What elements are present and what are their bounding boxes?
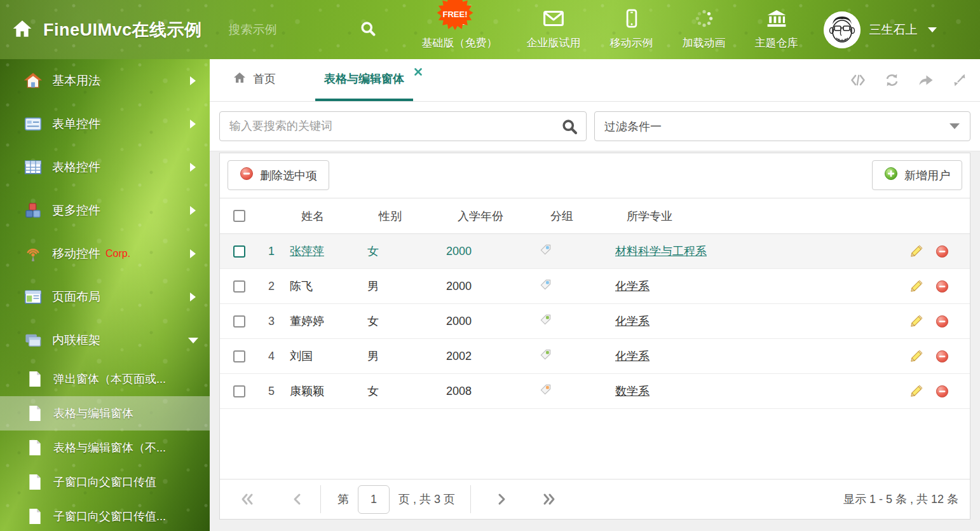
minus-circle-icon (240, 167, 254, 184)
avatar (824, 11, 861, 48)
chevron-right-icon (190, 206, 196, 215)
table-row[interactable]: 1 张萍萍 女 2000 材料科学与工程系 (220, 234, 970, 269)
select-all-checkbox[interactable] (233, 210, 245, 222)
sidebar-subitem-grid-edit-window-2[interactable]: 表格与编辑窗体（不... (0, 431, 210, 465)
free-badge: FREE! (437, 0, 473, 31)
header-search-icon[interactable] (360, 20, 376, 39)
sidebar-item-basic-usage[interactable]: 基本用法 (0, 59, 210, 102)
share-icon[interactable] (918, 73, 934, 87)
tab-home[interactable]: 首页 (229, 59, 280, 101)
sidebar-subitem-popup-window[interactable]: 弹出窗体（本页面或... (0, 362, 210, 396)
code-icon[interactable] (850, 73, 866, 87)
frames-icon (24, 331, 42, 349)
delete-icon[interactable] (930, 385, 970, 398)
table-row[interactable]: 2 陈飞 男 2000 化学系 (220, 269, 970, 304)
keyword-search-input[interactable] (219, 111, 587, 141)
prev-page-icon[interactable] (292, 493, 301, 506)
broadcast-icon (24, 245, 42, 263)
major-link[interactable]: 化学系 (615, 315, 650, 328)
major-link[interactable]: 化学系 (615, 350, 650, 362)
pagination-bar: 第 页 , 共 3 页 显示 1 - 5 条 , 共 12 条 (220, 479, 970, 519)
close-icon[interactable] (414, 67, 422, 78)
edit-icon[interactable] (901, 350, 930, 363)
divider (320, 485, 321, 513)
edit-icon[interactable] (901, 245, 930, 258)
user-menu[interactable]: 三生石上 (824, 11, 937, 48)
column-header-major: 所学专业 (610, 209, 901, 224)
add-user-button[interactable]: 新增用户 (872, 160, 962, 190)
edit-icon[interactable] (901, 315, 930, 328)
table-row[interactable]: 4 刘国 男 2002 化学系 (220, 339, 970, 374)
major-link[interactable]: 化学系 (615, 280, 650, 293)
major-link[interactable]: 数学系 (615, 385, 650, 397)
table-header: 姓名 性别 入学年份 分组 所学专业 (220, 198, 970, 234)
delete-selected-button[interactable]: 删除选中项 (228, 160, 329, 190)
sidebar-item-more-controls[interactable]: 更多控件 (0, 189, 210, 232)
header-search-input[interactable] (229, 23, 324, 37)
page-number-input[interactable] (358, 485, 390, 514)
chevron-down-icon (949, 123, 960, 129)
nav-item-loading-animation[interactable]: 加载动画 (683, 9, 726, 50)
envelope-icon (543, 9, 564, 31)
chevron-right-icon (190, 249, 196, 258)
column-header-name: 姓名 (285, 209, 362, 224)
sidebar: 基本用法 表单控件 表格控件 更多控件 (0, 59, 210, 531)
nav-label: 主题仓库 (755, 36, 798, 50)
cubes-icon (24, 202, 42, 219)
keyword-search (219, 111, 587, 151)
tag-icon (539, 386, 552, 399)
chevron-down-icon (188, 338, 198, 343)
chevron-right-icon (190, 293, 196, 301)
table-row[interactable]: 3 董婷婷 女 2000 化学系 (220, 304, 970, 339)
major-link[interactable]: 材料科学与工程系 (615, 245, 707, 258)
sidebar-item-grid-controls[interactable]: 表格控件 (0, 146, 210, 189)
sidebar-item-form-controls[interactable]: 表单控件 (0, 102, 210, 146)
sidebar-item-mobile-controls[interactable]: 移动控件 Corp. (0, 232, 210, 275)
edit-icon[interactable] (901, 280, 930, 293)
delete-icon[interactable] (930, 350, 970, 363)
search-icon[interactable] (561, 118, 578, 137)
filter-dropdown-value: 过滤条件一 (604, 119, 662, 134)
expand-icon[interactable] (952, 73, 967, 87)
filter-dropdown[interactable]: 过滤条件一 (594, 111, 970, 141)
corp-badge: Corp. (105, 248, 130, 259)
last-page-icon[interactable] (542, 493, 556, 506)
row-checkbox[interactable] (233, 315, 245, 328)
sidebar-item-page-layout[interactable]: 页面布局 (0, 275, 210, 319)
sidebar-item-iframe[interactable]: 内联框架 (0, 319, 210, 362)
refresh-icon[interactable] (884, 73, 900, 87)
row-checkbox[interactable] (233, 245, 245, 258)
row-checkbox[interactable] (233, 280, 245, 293)
row-checkbox[interactable] (233, 385, 245, 397)
layout-icon (24, 288, 42, 306)
delete-icon[interactable] (930, 280, 970, 293)
form-icon (24, 115, 42, 133)
sidebar-subitem-child-to-parent-2[interactable]: 子窗口向父窗口传值... (0, 499, 210, 531)
delete-icon[interactable] (930, 315, 970, 328)
username-label: 三生石上 (869, 22, 918, 38)
column-header-gender: 性别 (362, 209, 441, 224)
delete-icon[interactable] (930, 245, 970, 258)
student-name-link[interactable]: 张萍萍 (290, 245, 324, 258)
first-page-icon[interactable] (240, 493, 254, 506)
column-header-year: 入学年份 (441, 209, 534, 224)
plus-circle-icon (884, 167, 898, 184)
nav-item-theme-repo[interactable]: 主题仓库 (755, 9, 798, 50)
edit-icon[interactable] (901, 385, 930, 398)
nav-item-mobile-demo[interactable]: 移动示例 (610, 9, 653, 50)
bank-icon (766, 9, 787, 31)
sidebar-subitem-child-to-parent[interactable]: 子窗口向父窗口传值 (0, 465, 210, 499)
spinner-icon (695, 9, 714, 31)
tab-grid-edit-window[interactable]: 表格与编辑窗体 (315, 59, 413, 101)
table-row[interactable]: 5 康颖颖 女 2008 数学系 (220, 374, 970, 409)
brand[interactable]: FineUIMvc在线示例 (11, 18, 202, 41)
row-checkbox[interactable] (233, 350, 245, 362)
table-empty-space (220, 409, 970, 479)
next-page-icon[interactable] (498, 493, 507, 506)
document-icon (28, 508, 42, 525)
sidebar-subitem-grid-edit-window[interactable]: 表格与编辑窗体 (0, 396, 210, 431)
nav-item-enterprise-trial[interactable]: 企业版试用 (527, 9, 581, 50)
home-icon (11, 18, 33, 41)
record-summary: 显示 1 - 5 条 , 共 12 条 (843, 492, 958, 507)
page-suffix-label: 页 , 共 3 页 (398, 492, 455, 507)
